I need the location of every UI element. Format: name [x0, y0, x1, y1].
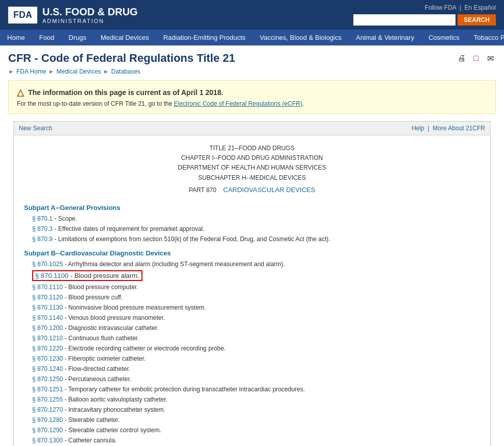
cfr-link-870-1250[interactable]: § 870.1250: [32, 375, 63, 383]
nav-medical-devices[interactable]: Medical Devices: [93, 30, 156, 45]
alert-title: △ The information on this page is curren…: [17, 87, 487, 98]
new-search-link[interactable]: New Search: [19, 125, 52, 132]
nav-tobacco[interactable]: Tobacco Products: [467, 30, 504, 45]
cfr-link-870-1140[interactable]: § 870.1140: [32, 314, 63, 321]
cfr-link-870-1210[interactable]: § 870.1210: [32, 335, 63, 342]
cfr-link-870-1300[interactable]: § 870.1300: [32, 437, 63, 444]
cfr-link-870-1240[interactable]: § 870.1240: [32, 365, 63, 372]
cfr-link-870-1200[interactable]: § 870.1200: [32, 324, 63, 332]
cfr-link-870-1130[interactable]: § 870.1130: [32, 304, 63, 311]
cfr-item-870-1: § 870.1 - Scope.: [24, 214, 480, 224]
fda-logo-box: FDA: [8, 7, 37, 24]
print-icon[interactable]: 🖨: [456, 53, 467, 64]
cfr-item-870-1251: § 870.1251 - Temporary catheter for embo…: [24, 384, 480, 394]
highlighted-item-870-1100: § 870.1100 - Blood pressure alarm.: [32, 270, 142, 281]
help-link[interactable]: Help: [412, 125, 424, 132]
title-area: CFR - Code of Federal Regulations Title …: [8, 52, 496, 65]
cfr-help-links: Help | More About 21CFR: [412, 125, 485, 132]
subpart-b-heading[interactable]: Subpart B--Cardiovascular Diagnostic Dev…: [24, 249, 480, 257]
cfr-link-870-1120[interactable]: § 870.1120: [32, 294, 63, 301]
cfr-link-870-1280[interactable]: § 870.1280: [32, 416, 63, 424]
breadcrumb-arrow: ►: [8, 68, 14, 75]
cfr-item-870-1230: § 870.1230 - Fiberoptic oximeter cathete…: [24, 354, 480, 364]
nav-drugs[interactable]: Drugs: [61, 30, 93, 45]
search-button[interactable]: SEARCH: [458, 14, 496, 26]
nav-animal[interactable]: Animal & Veterinary: [349, 30, 421, 45]
cfr-link-870-1[interactable]: § 870.1: [32, 215, 53, 222]
agency-sub: ADMINISTRATION: [42, 18, 138, 24]
cfr-item-870-1120: § 870.1120 - Blood pressure cuff.: [24, 292, 480, 302]
search-bar: SEARCH: [353, 14, 496, 26]
agency-main: U.S. FOOD & DRUG: [42, 6, 138, 18]
header-links: Follow FDA | En Español: [425, 4, 496, 11]
cfr-item-870-1140: § 870.1140 - Venous blood pressure manom…: [24, 313, 480, 323]
nav-food[interactable]: Food: [32, 30, 62, 45]
email-icon[interactable]: ✉: [485, 53, 496, 64]
cfr-item-870-1255: § 870.1255 - Balloon aortic valvuloplast…: [24, 394, 480, 405]
cfr-item-870-1210: § 870.1210 - Continuous flush catheter.: [24, 333, 480, 343]
cfr-item-870-1220: § 870.1220 - Electrode recording cathete…: [24, 343, 480, 354]
ecfr-link[interactable]: Electronic Code of Federal Regulations (…: [174, 100, 302, 107]
cfr-line2: CHAPTER I--FOOD AND DRUG ADMINISTRATION: [24, 153, 480, 163]
cfr-line1: TITLE 21--FOOD AND DRUGS: [24, 144, 480, 153]
agency-name: U.S. FOOD & DRUG ADMINISTRATION: [42, 6, 138, 24]
cfr-toolbar: New Search Help | More About 21CFR: [14, 122, 490, 135]
cfr-link-870-1255[interactable]: § 870.1255: [32, 396, 63, 403]
cfr-item-870-9: § 870.9 - Limitations of exemptions from…: [24, 234, 480, 244]
subpart-a-heading[interactable]: Subpart A--General Provisions: [24, 204, 480, 212]
cfr-item-870-3: § 870.3 - Effective dates of requirement…: [24, 224, 480, 234]
site-header: FDA U.S. FOOD & DRUG ADMINISTRATION Foll…: [0, 0, 504, 30]
part-label: PART 870: [189, 186, 217, 194]
breadcrumb-fda-home[interactable]: FDA Home: [16, 68, 46, 75]
cfr-link-870-1230[interactable]: § 870.1230: [32, 355, 63, 362]
cfr-link-870-1025[interactable]: § 870.1025: [32, 261, 63, 268]
page-action-icons: 🖨 □ ✉: [456, 53, 496, 64]
main-nav: Home Food Drugs Medical Devices Radiatio…: [0, 30, 504, 45]
cfr-line3: DEPARTMENT OF HEALTH AND HUMAN SERVICES: [24, 163, 480, 173]
nav-home[interactable]: Home: [0, 30, 32, 45]
alert-body: For the most up-to-date version of CFR T…: [17, 100, 487, 107]
nav-cosmetics[interactable]: Cosmetics: [421, 30, 467, 45]
breadcrumb-medical-devices[interactable]: Medical Devices: [56, 68, 101, 75]
cfr-header-block: TITLE 21--FOOD AND DRUGS CHAPTER I--FOOD…: [24, 144, 480, 196]
page-title: CFR - Code of Federal Regulations Title …: [8, 52, 496, 65]
cfr-link-870-1100[interactable]: § 870.1100: [35, 272, 68, 279]
espanol-link[interactable]: En Español: [465, 4, 496, 11]
search-input[interactable]: [353, 14, 455, 26]
page-content: CFR - Code of Federal Regulations Title …: [0, 45, 504, 446]
nav-radiation[interactable]: Radiation-Emitting Products: [156, 30, 253, 45]
follow-fda-link[interactable]: Follow FDA: [425, 4, 456, 11]
cfr-link-870-1220[interactable]: § 870.1220: [32, 345, 63, 352]
cfr-item-870-1290: § 870.1290 - Steerable catheter control …: [24, 425, 480, 435]
breadcrumb-sep2: ►: [103, 68, 109, 75]
breadcrumb-databases[interactable]: Databases: [111, 68, 140, 75]
cfr-item-870-1250: § 870.1250 - Percutaneous catheter.: [24, 374, 480, 384]
highlighted-item-container: § 870.1100 - Blood pressure alarm.: [24, 270, 480, 281]
cfr-link-870-3[interactable]: § 870.3: [32, 225, 53, 232]
nav-vaccines[interactable]: Vaccines, Blood & Biologics: [253, 30, 349, 45]
warning-icon: △: [17, 87, 24, 98]
cfr-item-870-1200: § 870.1200 - Diagnostic intravascular ca…: [24, 323, 480, 333]
cfr-link-870-1270[interactable]: § 870.1270: [32, 406, 63, 413]
more-about-link[interactable]: More About 21CFR: [433, 125, 485, 132]
cfr-line4: SUBCHAPTER H--MEDICAL DEVICES: [24, 173, 480, 183]
cfr-item-870-1130: § 870.1130 - Noninvasive blood pressure …: [24, 302, 480, 313]
cfr-item-870-1110: § 870.1110 - Blood pressure computer.: [24, 282, 480, 292]
cfr-item-870-1025: § 870.1025 - Arrhythmia detector and ala…: [24, 259, 480, 269]
cfr-item-870-1270: § 870.1270 - Intracavitary phonocatheter…: [24, 405, 480, 415]
logo-area: FDA U.S. FOOD & DRUG ADMINISTRATION: [8, 6, 138, 24]
cfr-content-box: New Search Help | More About 21CFR TITLE…: [13, 121, 491, 446]
cfr-item-870-1280: § 870.1280 - Steerable catheter.: [24, 415, 480, 425]
cfr-link-870-1290[interactable]: § 870.1290: [32, 427, 63, 434]
part-link[interactable]: CARDIOVASCULAR DEVICES: [223, 186, 315, 194]
alert-box: △ The information on this page is curren…: [8, 80, 496, 114]
breadcrumb-sep1: ►: [49, 68, 55, 75]
cfr-link-870-9[interactable]: § 870.9: [32, 236, 53, 243]
cfr-link-870-1110[interactable]: § 870.1110: [32, 284, 63, 291]
breadcrumb: ► FDA Home ► Medical Devices ► Databases: [8, 68, 496, 75]
cfr-main-content: TITLE 21--FOOD AND DRUGS CHAPTER I--FOOD…: [14, 135, 490, 446]
cfr-link-870-1251[interactable]: § 870.1251: [32, 386, 63, 393]
cfr-item-870-1300: § 870.1300 - Catheter cannula.: [24, 435, 480, 445]
cfr-item-870-1240: § 870.1240 - Flow-directed catheter.: [24, 364, 480, 374]
bookmark-icon[interactable]: □: [470, 53, 482, 64]
